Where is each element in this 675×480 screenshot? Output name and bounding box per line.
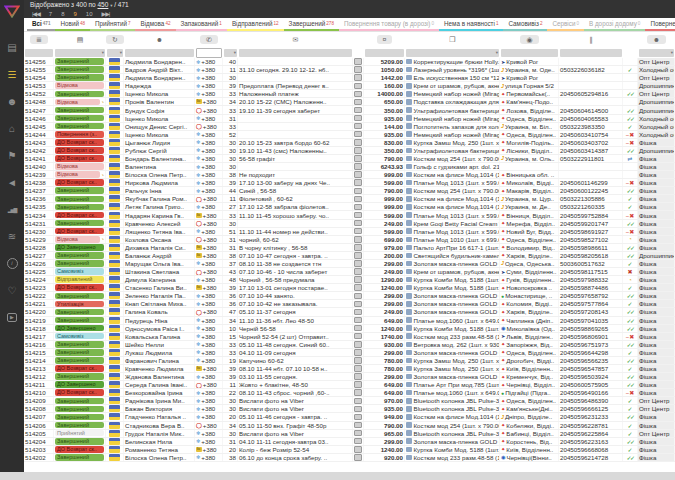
table-row[interactable]: 514226ЗавершенийМарущак Ольга Іва..✻+380… bbox=[24, 260, 675, 268]
table-row[interactable]: 514227ЗавершенийБаланюк Андрійlic+380380… bbox=[24, 252, 675, 260]
table-row[interactable]: 514212ЗавершенийЖданова Валентина✻+38039… bbox=[24, 373, 675, 381]
sidebar-automation-icon[interactable]: ≋ bbox=[0, 223, 24, 250]
sidebar-video-icon[interactable]: ▶ bbox=[0, 304, 24, 331]
filter-input-comment[interactable] bbox=[239, 49, 352, 57]
table-row[interactable]: 514248Відмова◔Пронів Валентинlic+3803420… bbox=[24, 98, 675, 106]
table-row[interactable]: 514220ЗавершенийГалина Коваль◯+3804705.1… bbox=[24, 308, 675, 316]
filter-input-source[interactable]: ▾ bbox=[639, 49, 674, 57]
sidebar-info-icon[interactable]: i bbox=[0, 250, 24, 277]
table-row[interactable]: 514204ЗавершенийБелинская Нила✻+3803104.… bbox=[24, 438, 675, 446]
table-row[interactable]: 514247ЗавершенийБундук Софія◯+3803319.10… bbox=[24, 106, 675, 114]
table-row[interactable]: 514213ДО Возврат ск..Кравченко Людмилаli… bbox=[24, 365, 675, 373]
table-row[interactable]: 514239Відмова◔Білоска Олена Петр..✻+3803… bbox=[24, 171, 675, 179]
table-row[interactable]: 514231ЗавершенийКравченко Алексей◯+38030… bbox=[24, 220, 675, 228]
column-header-check[interactable] bbox=[623, 32, 638, 47]
records-range-value[interactable]: 450 bbox=[98, 1, 109, 8]
last-page-button[interactable]: ▶▶| bbox=[102, 10, 110, 18]
page-button-9[interactable]: 9 bbox=[73, 10, 76, 18]
table-row[interactable]: 514229Відмова◔Козлова Оксана◯+38031чорни… bbox=[24, 236, 675, 244]
table-row[interactable]: 514205ПрийнятийГрудок Наталія Мик..✻+380… bbox=[24, 430, 675, 438]
table-row[interactable]: 514255ЗавершенийБадров Андрій Вікт..✻+38… bbox=[24, 66, 675, 74]
tab-10[interactable]: Самовивіз2 bbox=[503, 18, 547, 31]
tab-4[interactable]: Відмова42 bbox=[135, 18, 175, 31]
table-row[interactable]: 514230ДО Возврат ск..Лященко Тетяна Іва.… bbox=[24, 228, 675, 236]
filter-input-delivery[interactable] bbox=[501, 49, 558, 57]
table-row[interactable]: 514236ЗавершенийЯкубчак Галина Ром..◯+38… bbox=[24, 195, 675, 203]
tab-13[interactable]: Повернення ( bbox=[645, 18, 675, 31]
filter-input-status[interactable]: ▾ bbox=[55, 49, 105, 57]
table-row[interactable]: 514211ДО ЗавершеноСереда Галина Івані..◯… bbox=[24, 381, 675, 389]
table-row[interactable]: 514222ЗавершенийЗеленко Наталія Па..✻+38… bbox=[24, 292, 675, 300]
table-row[interactable]: 514234ДО Возврат ск..Надарян Карина Гв..… bbox=[24, 211, 675, 219]
sidebar-id-card-icon[interactable]: ▤ bbox=[0, 34, 24, 61]
column-header-name[interactable]: ☻ bbox=[124, 32, 195, 47]
column-header-ttn[interactable]: ∥ bbox=[559, 32, 623, 47]
table-row[interactable]: 514225СамовивізШтакина Светлана◯+3804307… bbox=[24, 268, 675, 276]
sidebar-tags-icon[interactable]: ⚑ bbox=[0, 142, 24, 169]
table-row[interactable]: 514215ЗавершенийЛукаш Людмила✻+3803304.1… bbox=[24, 349, 675, 357]
tab-7[interactable]: Завершений278 bbox=[284, 18, 339, 31]
table-row[interactable]: 514203ДО Возврат ск..Романенко Тетянаlic… bbox=[24, 446, 675, 454]
tab-12[interactable]: В дорозі додому0 bbox=[584, 18, 645, 31]
table-row[interactable]: 514208ЗавершенийБажан Виктория✻+38030Вис… bbox=[24, 405, 675, 413]
table-row[interactable]: 514209ЗавершенийРаднікова Ірина Ми..✻+38… bbox=[24, 397, 675, 405]
filter-input-flag[interactable]: ▾ bbox=[107, 49, 123, 57]
column-header-comment[interactable]: ✉ bbox=[238, 32, 353, 47]
filter-input-price[interactable] bbox=[365, 49, 404, 57]
tab-2[interactable]: Новий48 bbox=[55, 18, 90, 31]
tab-9[interactable]: Нема в наявності1 bbox=[439, 18, 503, 31]
table-row[interactable]: 514256ЗавершенийЛюдмила Бондарен..✻+3804… bbox=[24, 58, 675, 66]
sidebar-stats-icon[interactable]: ▂▅▇ bbox=[0, 196, 24, 223]
table-row[interactable]: 514238ДО Возврат ск..Ниркова Людмила✻+38… bbox=[24, 179, 675, 187]
range-caret-icon[interactable]: ▾ bbox=[110, 3, 112, 8]
table-row[interactable]: 514228ДО ЗавершеноДихавка Наталія Си..li… bbox=[24, 244, 675, 252]
column-header-status[interactable]: ▤ bbox=[54, 32, 106, 47]
tab-1[interactable]: Всі471 bbox=[27, 18, 55, 31]
table-row[interactable]: 514206ЗавершенийСтадникова Вера В..◯+380… bbox=[24, 422, 675, 430]
column-header-product[interactable]: ❒ bbox=[405, 32, 500, 47]
table-row[interactable]: 514254ЗавершенийЛюдмила Бондарен..✻+3803… bbox=[24, 74, 675, 82]
filter-input-id[interactable] bbox=[25, 49, 53, 57]
sidebar-clients-icon[interactable]: ☻ bbox=[0, 88, 24, 115]
column-header-id[interactable]: ≣ bbox=[24, 32, 54, 47]
filter-input-name[interactable] bbox=[125, 49, 194, 57]
table-row[interactable]: 514202ЗавершенийБілоска Олена Петр..✻+38… bbox=[24, 454, 675, 462]
table-row[interactable]: 514207ЗавершенийГладченко Наталья ..✻+38… bbox=[24, 413, 675, 421]
table-row[interactable]: 514218ДО ЗавершеноОдносумова Раіса І..✻+… bbox=[24, 325, 675, 333]
filter-input-phone[interactable] bbox=[196, 48, 222, 58]
table-row[interactable]: 514217СамовивізКовальська Галина✻+38015Ч… bbox=[24, 333, 675, 341]
tab-8[interactable]: Повернення товару (в дорозі)0 bbox=[339, 18, 439, 31]
filter-input-pend[interactable]: ▾ bbox=[224, 49, 237, 57]
column-header-source[interactable]: ☻ bbox=[638, 32, 675, 47]
sidebar-orders-list-icon[interactable]: ☰ bbox=[0, 61, 24, 88]
tab-5[interactable]: Запакований1 bbox=[176, 18, 227, 31]
table-row[interactable]: 514214ЗавершенийФаранович Галина✻+38019К… bbox=[24, 357, 675, 365]
table-row[interactable]: 514246ЗавершенийІщенко Микола✻+38031935.… bbox=[24, 115, 675, 123]
page-button-10[interactable]: 10 bbox=[86, 10, 93, 18]
table-row[interactable]: 514224ВідправленийДимула Катерина✻+38048… bbox=[24, 276, 675, 284]
table-row[interactable]: 514210ДО Возврат ск..Безкоровайна Ірина✻… bbox=[24, 389, 675, 397]
column-header-phone[interactable]: ✆ bbox=[195, 32, 223, 47]
table-row[interactable]: 514223ДО Возврат ск..Стасенко Галина Ви.… bbox=[24, 284, 675, 292]
table-row[interactable]: 514221УтилізаціяКнап Світлана Миха..✻+38… bbox=[24, 300, 675, 308]
table-row[interactable]: 514252ЗавершенийІщенко Микола✻+38033Нало… bbox=[24, 90, 675, 98]
column-header-picon[interactable] bbox=[353, 32, 364, 47]
filter-input-product[interactable]: ▾ bbox=[406, 49, 499, 57]
table-row[interactable]: 514253ВідмоваНадежда✻+38039Предоплата (П… bbox=[24, 82, 675, 90]
table-row[interactable]: 514242ДО Возврат ск..Рублюк Сергій✻+3803… bbox=[24, 147, 675, 155]
column-header-pend[interactable] bbox=[223, 32, 238, 47]
table-row[interactable]: 514241ДО Возврат ск..Бондарь Валентина..… bbox=[24, 155, 675, 163]
tab-11[interactable]: Сервіси0 bbox=[547, 18, 584, 31]
table-row[interactable]: 514235ЗавершенийЛетяк Галина Григо..✻+38… bbox=[24, 203, 675, 211]
filter-input-ttn[interactable] bbox=[560, 49, 622, 57]
table-row[interactable]: 514237ЗавершенийРальчук Інна✻+38044Синій… bbox=[24, 187, 675, 195]
column-header-price[interactable]: ¤ bbox=[364, 32, 405, 47]
page-button-8[interactable]: 8 bbox=[61, 10, 64, 18]
table-row[interactable]: 514244Повернення (з..Іщенко Микола✻+3805… bbox=[24, 131, 675, 139]
first-page-button[interactable]: |◀◀ bbox=[32, 10, 40, 18]
sidebar-warehouse-icon[interactable]: ⌂ bbox=[0, 115, 24, 142]
tab-3[interactable]: Прийнятий7 bbox=[90, 18, 135, 31]
table-row[interactable]: 514240ВідмоваВалентина✻+380306243.93Голь… bbox=[24, 163, 675, 171]
tab-6[interactable]: Відправлений12 bbox=[227, 18, 284, 31]
page-button-7[interactable]: 7 bbox=[49, 10, 52, 18]
